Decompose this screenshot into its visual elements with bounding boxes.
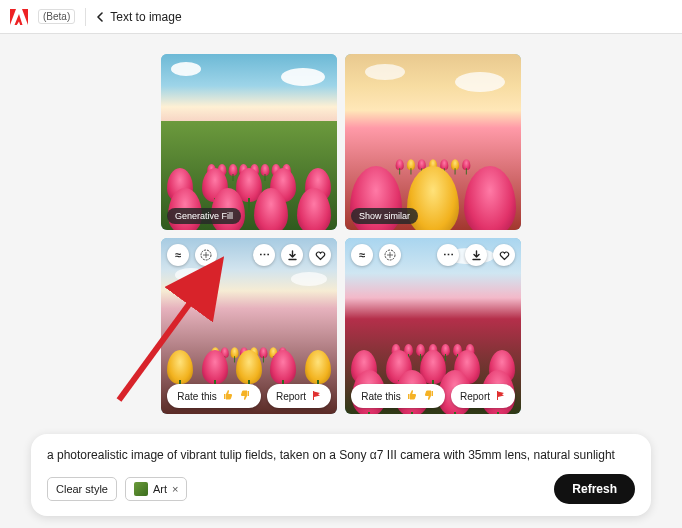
edit-button[interactable]	[379, 244, 401, 266]
more-icon: ⋯	[443, 249, 454, 262]
hover-action-label[interactable]: Generative Fill	[167, 208, 241, 224]
report-pill[interactable]: Report	[451, 384, 515, 408]
edit-sparkle-icon	[200, 249, 212, 261]
edit-sparkle-icon	[384, 249, 396, 261]
show-similar-button[interactable]: ≈	[167, 244, 189, 266]
more-options-button[interactable]: ⋯	[437, 244, 459, 266]
report-label: Report	[276, 391, 306, 402]
thumbs-down-icon[interactable]	[239, 389, 251, 403]
show-similar-button[interactable]: ≈	[351, 244, 373, 266]
style-chip-row: Clear style Art ×	[47, 477, 187, 501]
tile-top-overlay: ≈ ⋯	[161, 244, 337, 266]
prompt-panel: a photorealistic image of vibrant tulip …	[31, 434, 651, 516]
rate-label: Rate this	[361, 391, 400, 402]
style-swatch-icon	[134, 482, 148, 496]
beta-badge: (Beta)	[38, 9, 75, 24]
tile-top-overlay: ≈ ⋯	[345, 244, 521, 266]
result-tile[interactable]: Generative Fill	[161, 54, 337, 230]
thumbs-down-icon[interactable]	[423, 389, 435, 403]
result-tile[interactable]: ≈ ⋯	[161, 238, 337, 414]
page-title: Text to image	[110, 10, 181, 24]
report-pill[interactable]: Report	[267, 384, 331, 408]
rate-label: Rate this	[177, 391, 216, 402]
edit-button[interactable]	[195, 244, 217, 266]
download-icon	[287, 250, 298, 261]
remove-style-icon[interactable]: ×	[172, 483, 178, 495]
header-separator	[85, 8, 86, 26]
more-options-button[interactable]: ⋯	[253, 244, 275, 266]
thumbs-up-icon[interactable]	[406, 389, 418, 403]
tile-bottom-overlay: Rate this Report	[351, 384, 515, 408]
refresh-button[interactable]: Refresh	[554, 474, 635, 504]
results-canvas: Generative Fill Show similar	[0, 34, 682, 414]
download-icon	[471, 250, 482, 261]
style-chip[interactable]: Art ×	[125, 477, 188, 501]
report-label: Report	[460, 391, 490, 402]
download-button[interactable]	[465, 244, 487, 266]
back-button[interactable]: Text to image	[96, 10, 181, 24]
heart-icon	[499, 250, 510, 261]
flag-icon	[495, 390, 506, 403]
similar-icon: ≈	[175, 249, 181, 261]
result-tile[interactable]: ≈ ⋯	[345, 238, 521, 414]
adobe-logo-icon	[10, 9, 28, 25]
rate-pill[interactable]: Rate this	[351, 384, 445, 408]
similar-icon: ≈	[359, 249, 365, 261]
rate-pill[interactable]: Rate this	[167, 384, 261, 408]
heart-icon	[315, 250, 326, 261]
results-grid: Generative Fill Show similar	[161, 54, 521, 414]
result-tile[interactable]: Show similar	[345, 54, 521, 230]
favorite-button[interactable]	[493, 244, 515, 266]
chevron-left-icon	[96, 12, 104, 22]
prompt-input[interactable]: a photorealistic image of vibrant tulip …	[47, 448, 635, 462]
style-chip-label: Art	[153, 483, 167, 495]
favorite-button[interactable]	[309, 244, 331, 266]
hover-action-label[interactable]: Show similar	[351, 208, 418, 224]
thumbs-up-icon[interactable]	[222, 389, 234, 403]
download-button[interactable]	[281, 244, 303, 266]
more-icon: ⋯	[259, 249, 270, 262]
app-header: (Beta) Text to image	[0, 0, 682, 34]
clear-style-button[interactable]: Clear style	[47, 477, 117, 501]
clear-style-label: Clear style	[56, 483, 108, 495]
flag-icon	[311, 390, 322, 403]
tile-bottom-overlay: Rate this Report	[167, 384, 331, 408]
